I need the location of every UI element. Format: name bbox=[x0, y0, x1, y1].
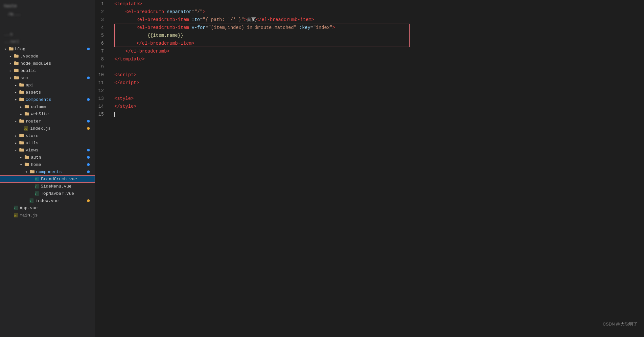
tree-item-index_js[interactable]: JS index.js bbox=[0, 125, 95, 132]
folder-arrow-assets: ▸ bbox=[13, 90, 18, 95]
folder-label-node_modules: node_modules bbox=[20, 61, 51, 66]
tree-item-auth[interactable]: ▸ auth bbox=[0, 154, 95, 161]
code-line-11: </script> bbox=[114, 79, 644, 87]
file-label-SideMenu: SideMenu.vue bbox=[41, 184, 72, 189]
folder-arrow-components: ▾ bbox=[13, 97, 18, 102]
tree-item-views[interactable]: ▾ views bbox=[0, 146, 95, 154]
token-tag: > bbox=[203, 8, 205, 16]
folder-icon-views bbox=[19, 147, 24, 153]
folder-arrow-column: ▸ bbox=[18, 104, 24, 109]
tree-item-public[interactable]: ▸ public bbox=[0, 67, 95, 74]
code-area[interactable]: <template> <el-breadcrumb separator="/">… bbox=[112, 0, 644, 337]
folder-arrow-home_components: ▾ bbox=[24, 169, 29, 174]
dot-src bbox=[87, 77, 90, 79]
token-text bbox=[189, 24, 192, 32]
token-tag: < bbox=[114, 0, 117, 8]
line-number-14: 14 bbox=[95, 102, 106, 110]
tree-item-components[interactable]: ▾ components bbox=[0, 96, 95, 103]
file-label-index_js: index.js bbox=[30, 126, 51, 131]
dot-blog bbox=[87, 48, 90, 50]
folder-icon-store bbox=[19, 133, 24, 138]
folder-arrow-store: ▸ bbox=[13, 133, 18, 138]
tree-item-BreadCrumb[interactable]: V BreadCrumb.vue bbox=[0, 175, 95, 183]
token-attr-value: "(item,index) in $route.matched" bbox=[208, 24, 297, 32]
tree-item-assets[interactable]: ▸ assets bbox=[0, 89, 95, 96]
token-text bbox=[114, 32, 148, 39]
line-numbers: 123456789101112131415 bbox=[95, 0, 112, 337]
code-line-13: <style> bbox=[114, 95, 644, 102]
folder-arrow-api: ▸ bbox=[13, 82, 18, 88]
folder-label-home_components: components bbox=[36, 169, 62, 174]
tree-item-utils[interactable]: ▸ utils bbox=[0, 139, 95, 146]
token-text bbox=[189, 16, 192, 24]
svg-text:V: V bbox=[35, 178, 37, 181]
svg-text:JS: JS bbox=[24, 128, 27, 130]
line-number-9: 9 bbox=[95, 63, 106, 71]
tree-item-webSite[interactable]: ▸ webSite bbox=[0, 110, 95, 118]
token-attr-name: :to bbox=[192, 16, 200, 24]
folder-label-column: column bbox=[31, 104, 46, 109]
token-tag: </ bbox=[114, 55, 120, 63]
folder-icon-router bbox=[19, 119, 24, 124]
file-tree: ▾ blog▸ .vscode▸ node_modules▸ public▾ s… bbox=[0, 45, 95, 219]
folder-icon-home_components bbox=[30, 169, 35, 174]
token-attr-name: v-for bbox=[192, 24, 205, 32]
tree-item-index_vue[interactable]: V index.vue bbox=[0, 197, 95, 204]
svg-text:V: V bbox=[30, 200, 31, 203]
token-tag: </ bbox=[114, 79, 120, 87]
file-icon-App_vue: V bbox=[13, 205, 18, 211]
dot-index_vue bbox=[87, 199, 90, 202]
tree-item-home_components[interactable]: ▾ components bbox=[0, 168, 95, 175]
token-punct: = bbox=[205, 24, 208, 32]
folder-label-home: home bbox=[31, 162, 41, 167]
tree-item-column[interactable]: ▸ column bbox=[0, 103, 95, 110]
folder-arrow-blog: ▾ bbox=[3, 46, 8, 52]
token-tag: < bbox=[126, 8, 128, 16]
tree-item-router[interactable]: ▾ router bbox=[0, 118, 95, 125]
tree-item-SideMenu[interactable]: V SideMenu.vue bbox=[0, 183, 95, 190]
token-tag-name: el-breadcrumb-item bbox=[139, 24, 189, 32]
tree-item-api[interactable]: ▸ api bbox=[0, 81, 95, 89]
line-number-2: 2 bbox=[95, 8, 106, 16]
tree-item-TopNavbar[interactable]: V TopNavbar.vue bbox=[0, 190, 95, 197]
line-number-3: 3 bbox=[95, 16, 106, 24]
file-label-main_js: main.js bbox=[20, 213, 38, 218]
code-line-6: </el-breadcrumb-item> bbox=[114, 39, 644, 47]
folder-arrow-node_modules: ▸ bbox=[8, 61, 13, 66]
tree-item-store[interactable]: ▸ store bbox=[0, 132, 95, 139]
folder-arrow-webSite: ▸ bbox=[18, 111, 24, 117]
code-line-3: <el-breadcrumb-item :to="{ path: '/' }">… bbox=[114, 16, 644, 24]
code-line-10: <script> bbox=[114, 71, 644, 79]
folder-label-api: api bbox=[26, 83, 33, 88]
token-tag: > bbox=[134, 71, 136, 79]
token-tag: < bbox=[136, 24, 139, 32]
token-tag: </ bbox=[126, 47, 131, 55]
dot-index_js bbox=[87, 127, 90, 130]
tree-item-App_vue[interactable]: V App.vue bbox=[0, 204, 95, 212]
folder-arrow-public: ▸ bbox=[8, 68, 13, 73]
tree-item-blog[interactable]: ▾ blog bbox=[0, 45, 95, 53]
svg-text:V: V bbox=[14, 207, 15, 210]
line-number-11: 11 bbox=[95, 79, 106, 87]
tree-item-node_modules[interactable]: ▸ node_modules bbox=[0, 60, 95, 67]
token-tag: > bbox=[131, 95, 133, 102]
folder-icon-column bbox=[24, 104, 30, 109]
folder-icon-assets bbox=[19, 90, 24, 95]
tree-item-src[interactable]: ▾ src bbox=[0, 74, 95, 81]
token-attr-value: "/" bbox=[195, 8, 203, 16]
token-attr-name: :key bbox=[299, 24, 310, 32]
file-explorer-sidebar[interactable]: haste /m... ...h ...ter} ▾ blog▸ .vscode… bbox=[0, 0, 95, 337]
tree-item-main_js[interactable]: JS main.js bbox=[0, 212, 95, 219]
folder-icon-public bbox=[14, 68, 19, 73]
token-tag-name: script bbox=[120, 79, 136, 87]
line-number-7: 7 bbox=[95, 47, 106, 55]
token-tag-name: el-breadcrumb-item bbox=[139, 16, 189, 24]
token-tag: </ bbox=[256, 16, 262, 24]
code-line-9 bbox=[114, 63, 644, 71]
tree-item-home[interactable]: ▾ home bbox=[0, 161, 95, 168]
token-tag-name: el-breadcrumb bbox=[128, 8, 164, 16]
file-label-App_vue: App.vue bbox=[20, 206, 38, 211]
tree-item-vscode[interactable]: ▸ .vscode bbox=[0, 53, 95, 60]
code-line-5: {{item.name}} bbox=[114, 32, 644, 39]
folder-icon-home bbox=[24, 162, 30, 167]
